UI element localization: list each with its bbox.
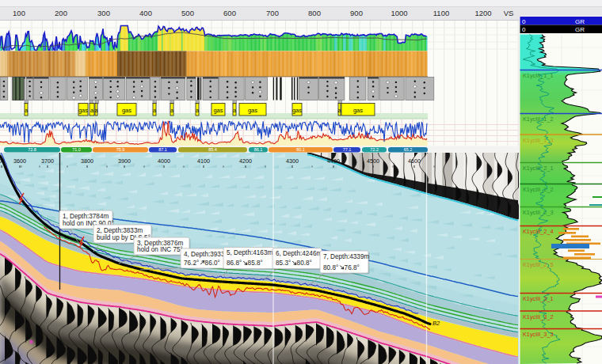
svg-text:K1ycIII_2_1: K1ycIII_2_1 <box>523 165 554 172</box>
svg-text:76.8°: 76.8° <box>345 264 360 271</box>
svg-text:71.0: 71.0 <box>72 147 81 152</box>
svg-text:K1ycIII_1_3: K1ycIII_1_3 <box>523 137 554 144</box>
svg-text:5, Depth:4163m: 5, Depth:4163m <box>227 249 272 256</box>
svg-text:600: 600 <box>223 9 236 17</box>
svg-text:6, Depth:4246m: 6, Depth:4246m <box>276 250 322 257</box>
svg-text:400: 400 <box>139 9 152 17</box>
svg-text:K1ycIII_2_4: K1ycIII_2_4 <box>523 228 554 235</box>
svg-text:77.1: 77.1 <box>343 147 352 152</box>
svg-text:4100: 4100 <box>197 157 210 165</box>
svg-text:65.2: 65.2 <box>404 147 413 152</box>
svg-text:gas: gas <box>78 107 88 114</box>
svg-text:700: 700 <box>266 9 279 17</box>
svg-text:85.3°: 85.3° <box>276 260 291 267</box>
svg-text:gas: gas <box>122 107 131 114</box>
svg-text:85.4: 85.4 <box>208 147 217 152</box>
svg-text:3700: 3700 <box>41 157 54 165</box>
svg-text:900: 900 <box>350 9 363 17</box>
svg-text:2, Depth:3833m: 2, Depth:3833m <box>97 227 143 234</box>
svg-text:86.8°: 86.8° <box>227 260 242 267</box>
svg-text:500: 500 <box>181 9 194 17</box>
svg-text:75.9: 75.9 <box>116 147 125 152</box>
svg-text:80.1: 80.1 <box>296 147 305 152</box>
svg-text:87.1: 87.1 <box>158 147 167 152</box>
svg-text:gas: gas <box>213 107 223 114</box>
svg-text:gas: gas <box>353 107 363 114</box>
svg-text:GR: GR <box>575 18 585 25</box>
svg-text:K1ycIII_3_3: K1ycIII_3_3 <box>523 331 554 338</box>
svg-text:4000: 4000 <box>158 157 170 165</box>
svg-text:4400: 4400 <box>327 157 340 165</box>
svg-text:76.2°: 76.2° <box>184 260 199 267</box>
svg-text:4200: 4200 <box>239 157 252 165</box>
svg-text:K1ycIII_3_1: K1ycIII_3_1 <box>523 295 554 302</box>
svg-text:300: 300 <box>97 9 110 17</box>
svg-text:K1ycIII_2_2: K1ycIII_2_2 <box>523 186 554 193</box>
svg-text:72.8: 72.8 <box>28 147 36 152</box>
svg-text:85.8°: 85.8° <box>248 260 263 267</box>
svg-text:86.1: 86.1 <box>254 147 263 152</box>
svg-text:1200: 1200 <box>474 9 491 17</box>
svg-text:K1ycIII_1_2: K1ycIII_1_2 <box>523 116 554 123</box>
svg-text:1100: 1100 <box>433 9 449 17</box>
svg-text:800: 800 <box>308 9 321 17</box>
svg-text:4300: 4300 <box>286 157 299 165</box>
svg-text:K1ycIII_2_5: K1ycIII_2_5 <box>523 261 554 268</box>
svg-text:K1ycIII_1_1: K1ycIII_1_1 <box>523 72 554 79</box>
svg-text:3600: 3600 <box>13 157 26 165</box>
svg-text:B2: B2 <box>432 320 440 327</box>
svg-text:100: 100 <box>13 9 25 17</box>
svg-text:GR: GR <box>575 26 585 33</box>
svg-text:3900: 3900 <box>118 157 131 165</box>
svg-text:1000: 1000 <box>391 9 407 17</box>
svg-text:80.8°: 80.8° <box>297 260 312 267</box>
svg-text:72.2: 72.2 <box>370 147 379 152</box>
svg-text:VS: VS <box>504 9 514 17</box>
svg-text:K1ycIII_2_3: K1ycIII_2_3 <box>523 209 554 216</box>
svg-text:200: 200 <box>55 9 67 17</box>
svg-text:K1ycIII_3_2: K1ycIII_3_2 <box>523 313 554 320</box>
svg-text:gas: gas <box>292 107 302 114</box>
svg-text:7, Depth:4339m: 7, Depth:4339m <box>323 253 369 260</box>
svg-text:86.0°: 86.0° <box>205 260 220 267</box>
svg-text:80.8°: 80.8° <box>323 264 338 271</box>
svg-text:0: 0 <box>522 26 526 33</box>
svg-text:hold on INC 75°: hold on INC 75° <box>137 246 183 253</box>
svg-text:4500: 4500 <box>367 157 379 165</box>
svg-text:0: 0 <box>522 18 526 25</box>
svg-text:1, Depth:3784m: 1, Depth:3784m <box>63 213 109 220</box>
svg-text:gas: gas <box>248 107 257 114</box>
svg-text:3800: 3800 <box>81 157 93 165</box>
svg-text:4600: 4600 <box>408 157 421 165</box>
